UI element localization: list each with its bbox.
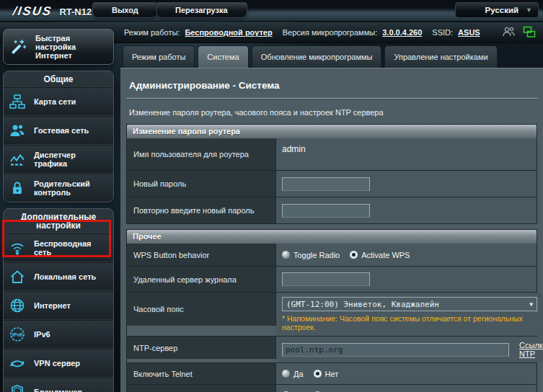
username-value: admin [282, 143, 306, 154]
table-row: Включить веб-доступ из WAN Да Нет [127, 384, 537, 392]
password-section-title: Изменение пароля роутера [127, 125, 537, 138]
globe-icon [6, 297, 28, 314]
new-password-label: Новый пароль [127, 171, 276, 197]
timezone-select[interactable]: (GMT-12:00) Эниветок, Кваджалейн ▼ [282, 297, 537, 311]
tab-settings-management[interactable]: Управление настройками [384, 45, 497, 68]
table-row: Удаленный сервер журнала [127, 266, 537, 292]
sidebar-item-wireless[interactable]: Беспроводная сеть [4, 233, 113, 262]
radio-selected-icon [350, 251, 358, 259]
logout-button[interactable]: Выход [92, 2, 158, 18]
web-access-label: Включить веб-доступ из WAN [127, 385, 276, 392]
magic-wand-icon [8, 37, 30, 56]
home-icon [6, 268, 28, 285]
sidebar: Быстрая настройка Интернет Общие Карта с… [3, 29, 114, 392]
table-row: Повторно введите новый пароль [127, 197, 537, 223]
table-row: Часовой пояс (GMT-12:00) Эниветок, Квадж… [127, 292, 537, 336]
retype-password-input[interactable] [282, 204, 370, 218]
radio-label: Нет [325, 370, 339, 378]
remote-log-input[interactable] [282, 272, 370, 286]
operation-mode-status: Режим работы: Беспроводной роутер [124, 28, 273, 37]
language-selector[interactable]: Русский ▼ [455, 2, 539, 18]
telnet-yes-option[interactable]: Да [282, 370, 304, 378]
quick-setup-button[interactable]: Быстрая настройка Интернет [3, 29, 114, 65]
sidebar-item-lan[interactable]: Локальная сеть [4, 262, 113, 290]
radio-unselected-icon [282, 370, 290, 378]
retype-password-label: Повторно введите новый пароль [127, 197, 276, 223]
username-value-cell: admin [276, 138, 537, 170]
radio-unselected-icon [282, 251, 290, 259]
telnet-label: Включить Telnet [127, 363, 276, 384]
sidebar-item-firewall[interactable]: Брандмауэр [4, 377, 113, 392]
radio-label: Toggle Radio [293, 251, 340, 259]
wps-toggle-radio-option[interactable]: Toggle Radio [282, 251, 340, 259]
sidebar-item-label: Карта сети [34, 97, 76, 106]
ssid-status: SSID: ASUS [432, 28, 480, 37]
radio-label: Activate WPS [361, 251, 410, 259]
sidebar-item-network-map[interactable]: Карта сети [4, 86, 113, 115]
shield-icon [6, 383, 28, 392]
sidebar-item-label: VPN сервер [34, 359, 80, 368]
table-row: Имя пользователя для роутера admin [127, 138, 537, 170]
wps-activate-option[interactable]: Activate WPS [350, 251, 410, 259]
timezone-value: (GMT-12:00) Эниветок, Кваджалейн [286, 300, 439, 309]
tab-firmware-upgrade[interactable]: Обновление микропрограммы [252, 45, 382, 68]
sidebar-item-ipv6[interactable]: IPv6 IPv6 [4, 319, 113, 348]
table-row: Включить Telnet Да Нет [127, 362, 537, 384]
radio-label: Да [293, 370, 304, 378]
asus-logo: /ISUS [12, 4, 53, 19]
sidebar-item-vpn[interactable]: VPN сервер [4, 348, 113, 377]
sidebar-item-label: IPv6 [34, 330, 50, 339]
timezone-note: * Напоминание: Часовой пояс системы отли… [282, 314, 537, 331]
telnet-no-option[interactable]: Нет [314, 370, 339, 378]
reboot-button[interactable]: Перезагрузка [156, 2, 247, 18]
sidebar-item-label: Беспроводная сеть [34, 239, 110, 257]
password-section: Изменение пароля роутера Имя пользовател… [126, 124, 537, 224]
firmware-status: Версия микропрограммы: 3.0.0.4.260 [283, 28, 423, 37]
new-password-input[interactable] [282, 177, 370, 191]
table-row: NTP-сервер Ссылка NTP [127, 336, 537, 362]
group-title-general: Общие [4, 71, 113, 86]
ntp-server-input[interactable] [282, 343, 509, 357]
sidebar-group-advanced: Дополнительные настройки Беспроводная се… [3, 208, 114, 392]
table-row: Новый пароль [127, 170, 537, 197]
ssid-link[interactable]: ASUS [458, 28, 480, 37]
tab-operation-mode[interactable]: Режим работы [123, 45, 195, 68]
sidebar-group-general: Общие Карта сети Гостевая сеть [3, 71, 114, 202]
parental-control-icon [6, 179, 28, 197]
ipv6-icon: IPv6 [6, 326, 28, 343]
model-name: RT-N12 [59, 6, 92, 17]
sidebar-item-parental-control[interactable]: Родительский контроль [4, 173, 113, 202]
sidebar-item-guest-network[interactable]: Гостевая сеть [4, 115, 113, 144]
router-admin-screen: /ISUS RT-N12 Выход Перезагрузка Русский … [0, 0, 543, 392]
firmware-link[interactable]: 3.0.0.4.260 [382, 28, 422, 37]
radio-selected-icon [314, 370, 322, 378]
svg-text:IPv6: IPv6 [12, 332, 23, 337]
sidebar-item-traffic-manager[interactable]: Диспетчер трафика [4, 144, 113, 173]
main-panel: Администрирование - Система Изменение па… [120, 68, 543, 392]
sidebar-item-label: Локальная сеть [34, 272, 96, 281]
top-bar: /ISUS RT-N12 Выход Перезагрузка Русский … [0, 0, 543, 22]
ntp-server-label: NTP-сервер [127, 337, 276, 359]
sidebar-item-label: Родительский контроль [34, 179, 110, 197]
mode-label: Режим работы: [124, 28, 180, 37]
ssid-label: SSID: [432, 28, 453, 37]
wps-behavior-label: WPS Button behavior [127, 244, 276, 266]
timezone-label: Часовой пояс [127, 293, 276, 326]
sidebar-item-wan[interactable]: Интернет [4, 290, 113, 319]
page-title: Администрирование - Система [120, 68, 543, 98]
mode-link[interactable]: Беспроводной роутер [185, 28, 272, 37]
vpn-icon [6, 355, 28, 372]
username-label: Имя пользователя для роутера [127, 138, 276, 170]
sidebar-item-label: Брандмауэр [34, 388, 82, 392]
sidebar-item-label: Диспетчер трафика [34, 151, 110, 168]
chevron-down-icon: ▼ [526, 6, 532, 14]
tab-bar: Режим работы Система Обновление микропро… [123, 45, 498, 68]
misc-section-title: Прочее [127, 230, 537, 244]
firmware-label: Версия микропрограммы: [283, 28, 378, 37]
ntp-link[interactable]: Ссылка NTP [519, 341, 543, 358]
tab-system[interactable]: Система [198, 45, 248, 68]
sidebar-item-label: Интернет [34, 301, 71, 310]
clients-icon[interactable] [502, 26, 516, 40]
lan-status-icon[interactable] [523, 26, 536, 40]
brand: /ISUS RT-N12 [13, 4, 92, 19]
